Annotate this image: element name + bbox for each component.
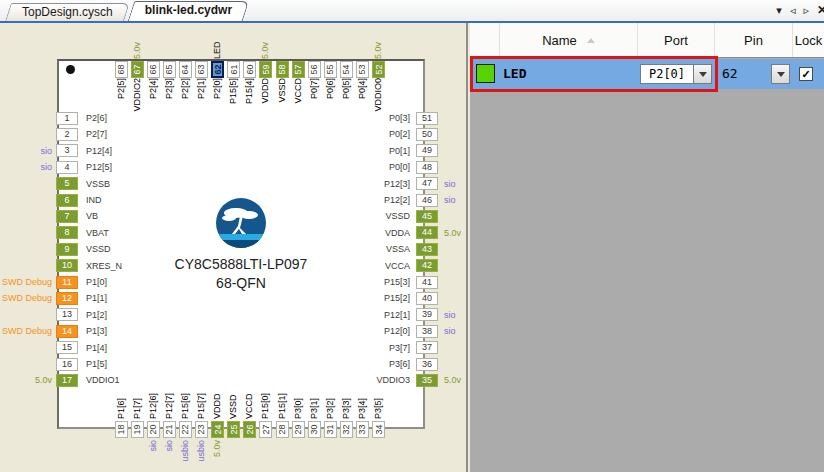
pin-name-label: VCCA <box>330 260 410 273</box>
pin-ext-label: sio <box>148 440 159 472</box>
pin-name-label: P0[2] <box>330 128 410 141</box>
pin-39[interactable]: 39 <box>416 308 438 321</box>
lock-column-header[interactable]: Lock <box>793 23 824 57</box>
pin-22[interactable]: 22 <box>179 421 192 438</box>
prev-document-icon[interactable]: ◃ <box>790 3 796 17</box>
pin-49[interactable]: 49 <box>416 144 438 157</box>
pin-42[interactable]: 42 <box>416 259 438 272</box>
tab-list-dropdown-icon[interactable]: ▾ <box>776 3 782 17</box>
pin-name-label: P12[3] <box>330 178 410 191</box>
pin-7[interactable]: 7 <box>56 210 78 223</box>
pin-18[interactable]: 18 <box>115 421 128 438</box>
pin-48[interactable]: 48 <box>416 161 438 174</box>
chip-part-number: CY8C5888LTI-LP097 <box>121 256 361 272</box>
name-column-header[interactable]: Name <box>500 23 638 57</box>
pin-52[interactable]: 52 <box>372 61 385 78</box>
pin-50[interactable]: 50 <box>416 128 438 141</box>
pin-5[interactable]: 5 <box>56 177 78 190</box>
pin-53[interactable]: 53 <box>356 61 369 78</box>
pin-44[interactable]: 44 <box>416 226 438 239</box>
pin-58[interactable]: 58 <box>276 61 289 78</box>
pin-name-label: P3[0] <box>293 377 304 419</box>
port-value[interactable]: P2[0] <box>640 64 694 84</box>
pin-45[interactable]: 45 <box>416 210 438 223</box>
table-row[interactable]: LED P2[0] 62 ✓ <box>470 59 824 89</box>
pin-26[interactable]: 26 <box>243 421 256 438</box>
pin-46[interactable]: 46 <box>416 194 438 207</box>
pin-63[interactable]: 63 <box>195 61 208 78</box>
pin-37[interactable]: 37 <box>416 341 438 354</box>
pin-name-label: VBAT <box>86 227 109 240</box>
pin1-indicator-dot <box>66 65 75 74</box>
port-dropdown-button[interactable] <box>693 64 712 84</box>
pin-2[interactable]: 2 <box>56 128 78 141</box>
pin-59[interactable]: 59 <box>259 61 272 78</box>
pin-60[interactable]: 60 <box>243 61 256 78</box>
pin-43[interactable]: 43 <box>416 243 438 256</box>
pin-65[interactable]: 65 <box>163 61 176 78</box>
pin-31[interactable]: 31 <box>324 421 337 438</box>
pin-33[interactable]: 33 <box>356 421 369 438</box>
pin-21[interactable]: 21 <box>163 421 176 438</box>
pin-13[interactable]: 13 <box>56 308 78 321</box>
pin-66[interactable]: 66 <box>147 61 160 78</box>
pin-24[interactable]: 24 <box>211 421 224 438</box>
pin-32[interactable]: 32 <box>340 421 353 438</box>
pin-25[interactable]: 25 <box>227 421 240 438</box>
pin-55[interactable]: 55 <box>324 61 337 78</box>
pin-62[interactable]: 62 <box>211 61 224 78</box>
pin-56[interactable]: 56 <box>308 61 321 78</box>
pin-name-label: VSSD <box>228 377 239 419</box>
pin-30[interactable]: 30 <box>308 421 321 438</box>
pin-8[interactable]: 8 <box>56 226 78 239</box>
pin-41[interactable]: 41 <box>416 276 438 289</box>
pin-38[interactable]: 38 <box>416 325 438 338</box>
port-column-label: Port <box>664 33 688 48</box>
pin-12[interactable]: 12 <box>56 292 78 305</box>
pin-11[interactable]: 11 <box>56 276 78 289</box>
port-column-header[interactable]: Port <box>638 23 715 57</box>
pin-54[interactable]: 54 <box>340 61 353 78</box>
next-document-icon[interactable]: ▹ <box>803 3 809 17</box>
pin-28[interactable]: 28 <box>276 421 289 438</box>
close-icon[interactable]: ✕ <box>817 3 824 17</box>
pin-27[interactable]: 27 <box>259 421 272 438</box>
pin-name-label: VDDIO0 <box>373 78 384 120</box>
pin-40[interactable]: 40 <box>416 292 438 305</box>
pin-1[interactable]: 1 <box>56 112 78 125</box>
pin-51[interactable]: 51 <box>416 112 438 125</box>
pin-34[interactable]: 34 <box>372 421 385 438</box>
pin-16[interactable]: 16 <box>56 358 78 371</box>
pin-name-label: P3[7] <box>330 342 410 355</box>
pin-9[interactable]: 9 <box>56 243 78 256</box>
pin-3[interactable]: 3 <box>56 144 78 157</box>
lock-checkbox[interactable]: ✓ <box>799 67 813 81</box>
pin-number-value[interactable]: 62 <box>722 66 738 81</box>
tab-blink-led-cydwr[interactable]: blink-led.cydwr <box>131 1 246 21</box>
pin-14[interactable]: 14 <box>56 325 78 338</box>
tab-topdesign-cysch[interactable]: TopDesign.cysch <box>8 3 127 21</box>
pin-19[interactable]: 19 <box>131 421 144 438</box>
pin-57[interactable]: 57 <box>292 61 305 78</box>
pin-column-header[interactable]: Pin <box>715 23 793 57</box>
pin-name-label: VDDD <box>212 377 223 419</box>
pin-23[interactable]: 23 <box>195 421 208 438</box>
pin-name-cell[interactable]: LED <box>503 66 526 81</box>
pin-17[interactable]: 17 <box>56 374 78 387</box>
pin-36[interactable]: 36 <box>416 358 438 371</box>
pin-29[interactable]: 29 <box>292 421 305 438</box>
pin-68[interactable]: 68 <box>115 61 128 78</box>
pin-64[interactable]: 64 <box>179 61 192 78</box>
chip-center: CY8C5888LTI-LP097 68-QFN <box>121 198 361 291</box>
pin-35[interactable]: 35 <box>416 374 438 387</box>
pin-67[interactable]: 67 <box>131 61 144 78</box>
pin-4[interactable]: 4 <box>56 161 78 174</box>
pin-10[interactable]: 10 <box>56 259 78 272</box>
pin-dropdown-button[interactable] <box>771 64 790 84</box>
pin-6[interactable]: 6 <box>56 194 78 207</box>
pin-ext-label: SWD Debug <box>2 292 52 305</box>
pin-20[interactable]: 20 <box>147 421 160 438</box>
pin-15[interactable]: 15 <box>56 341 78 354</box>
pin-47[interactable]: 47 <box>416 177 438 190</box>
pin-61[interactable]: 61 <box>227 61 240 78</box>
